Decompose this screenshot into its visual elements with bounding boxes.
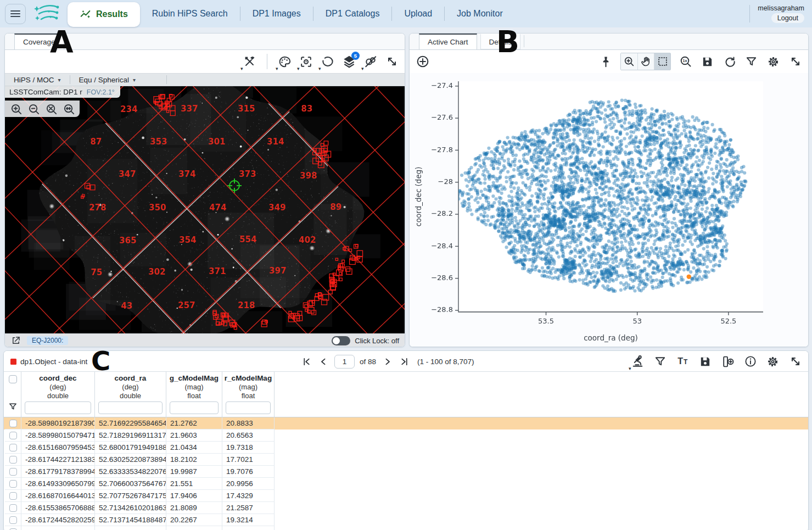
nav-tab-results[interactable]: Results [68, 2, 140, 27]
tab-details[interactable]: Details [480, 34, 520, 49]
table-settings-icon[interactable] [765, 354, 780, 369]
sky-viewer[interactable]: LSSTComCam: DP1 r FOV:2.1° [5, 86, 405, 333]
page-number-input[interactable] [334, 355, 355, 369]
chart-pan-icon[interactable] [637, 53, 654, 70]
column-filter-input-r_cModelMag[interactable] [226, 401, 271, 414]
table-row[interactable]: -28.61779178378994452.6333353482207619.9… [4, 466, 808, 478]
table-cell: 52.71342610201863 [95, 502, 166, 514]
tools-icon[interactable]: ▾ [242, 54, 257, 69]
row-checkbox[interactable] [9, 492, 17, 500]
nav-tab-job-monitor[interactable]: Job Monitor [445, 0, 515, 27]
table-color-chip [10, 359, 16, 365]
chart-settings-icon[interactable] [766, 54, 781, 69]
row-select-cell [5, 514, 21, 526]
first-page-icon[interactable] [300, 355, 312, 367]
tab-active-chart[interactable]: Active Chart [419, 34, 477, 49]
table-row[interactable]: -28.61516807959453652.6800179194918821.0… [4, 442, 808, 454]
table-row[interactable]: -28.61553865706888552.7134261020186321.8… [4, 502, 808, 514]
layers-icon[interactable]: 5 [341, 54, 356, 69]
row-checkbox[interactable] [9, 516, 17, 524]
inspect-icon[interactable]: ▾ [630, 354, 645, 369]
chart-box-select-icon[interactable] [654, 53, 670, 70]
close-icon[interactable]: × [92, 356, 97, 366]
tab-coverage[interactable]: Coverage [14, 34, 64, 49]
prev-page-icon[interactable] [317, 355, 329, 367]
filter-table-icon[interactable] [653, 354, 668, 369]
zoom-out-icon[interactable] [27, 102, 40, 115]
caret-down-icon: ▾ [629, 366, 631, 371]
nav-tab-dp1-images[interactable]: DP1 Images [240, 0, 313, 27]
table-cell: -28.615538657068885 [21, 502, 95, 514]
table-row[interactable]: -28.61744227121383652.63025220873894518.… [4, 454, 808, 466]
next-page-icon[interactable] [381, 355, 393, 367]
table-row[interactable]: -28.61687016644013752.70775267847175617.… [4, 490, 808, 502]
zoom-original-icon[interactable]: 1x [678, 54, 693, 69]
last-page-icon[interactable] [398, 355, 410, 367]
row-checkbox[interactable] [9, 504, 17, 512]
color-palette-icon[interactable]: ▾ [277, 54, 292, 69]
chart-zoom-icon[interactable] [621, 53, 637, 70]
row-checkbox[interactable] [9, 456, 17, 464]
column-filter-input-g_cModelMag[interactable] [170, 401, 219, 414]
info-icon[interactable] [743, 354, 758, 369]
table-row[interactable]: -28.61493309650799752.7066003756476721.5… [4, 478, 808, 490]
row-select-cell [5, 454, 21, 466]
table-cell: 52.63333534822076 [95, 466, 166, 478]
row-checkbox[interactable] [9, 468, 17, 476]
row-checkbox[interactable] [9, 480, 17, 488]
recenter-icon[interactable]: ▾ [299, 54, 313, 69]
table-tab[interactable]: dp1.Object - data-int × [10, 351, 98, 372]
add-column-icon[interactable] [720, 354, 735, 369]
zoom-fit-icon[interactable] [44, 102, 58, 115]
expand-icon[interactable] [788, 54, 803, 69]
row-select-cell [5, 429, 21, 442]
column-filter-input-coord_dec[interactable] [25, 401, 91, 414]
hide-overlays-icon[interactable]: ▾ [363, 54, 378, 69]
table-row[interactable]: -28.58998015079471652.7182919691131721.9… [4, 429, 808, 442]
coverage-image[interactable] [5, 86, 405, 333]
select-region-icon[interactable]: ▾ [320, 54, 335, 69]
row-checkbox[interactable] [9, 420, 17, 427]
nav-tab-upload[interactable]: Upload [392, 0, 444, 27]
projection-dropdown[interactable]: Equ / Spherical▾ [70, 76, 145, 84]
popout-icon[interactable] [10, 335, 21, 346]
zoom-fill-icon[interactable] [62, 102, 75, 115]
text-options-icon[interactable]: T T [675, 354, 690, 369]
save-chart-icon[interactable] [700, 54, 715, 69]
click-lock-toggle[interactable] [332, 336, 350, 345]
row-checkbox[interactable] [9, 432, 17, 439]
table-row[interactable] [4, 526, 808, 530]
hips-moc-dropdown[interactable]: HiPS / MOC▾ [5, 76, 70, 84]
row-checkbox[interactable] [9, 444, 17, 451]
select-all-checkbox[interactable] [9, 375, 17, 383]
viewer-zoom-toolbar [5, 101, 80, 117]
restore-chart-icon[interactable] [722, 54, 737, 69]
table-row[interactable]: -28.6172445282025952.7137145418848720.22… [4, 514, 808, 526]
column-header-coord_dec[interactable]: coord_dec(deg)double [21, 372, 95, 417]
scatter-chart-canvas[interactable] [410, 73, 808, 347]
nav-tab-rubin-hips-search[interactable]: Rubin HiPS Search [140, 0, 240, 27]
table-cell: 52.71829196911317 [95, 429, 166, 442]
pin-chart-icon[interactable] [598, 54, 613, 69]
row-checkbox[interactable] [9, 528, 17, 530]
table-row[interactable]: -28.58980192187390752.7169229558465421.2… [4, 417, 808, 429]
menu-icon[interactable] [5, 4, 26, 24]
column-filter-input-coord_ra[interactable] [98, 401, 163, 414]
nav-tab-dp1-catalogs[interactable]: DP1 Catalogs [313, 0, 392, 27]
expand-icon[interactable] [788, 354, 803, 369]
column-header-r_cModelMag[interactable]: r_cModelMag(mag)float [222, 372, 275, 417]
coordinate-readout-label: EQ-J2000: [27, 336, 68, 345]
filter-row-icon[interactable] [8, 402, 18, 411]
column-header-coord_ra[interactable]: coord_ra(deg)double [95, 372, 166, 417]
table-cell: 19.7318 [222, 442, 275, 454]
logout-button[interactable]: Logout [771, 13, 804, 23]
filter-chart-icon[interactable] [744, 54, 759, 69]
save-table-icon[interactable] [698, 354, 713, 369]
zoom-in-icon[interactable] [9, 102, 23, 115]
add-chart-icon[interactable] [415, 54, 430, 69]
scatter-chart[interactable] [410, 73, 808, 347]
expand-icon[interactable] [384, 54, 399, 69]
column-header-g_cModelMag[interactable]: g_cModelMag(mag)float [166, 372, 222, 417]
rubin-logo-icon [32, 3, 61, 25]
svg-text:1x: 1x [682, 59, 687, 63]
